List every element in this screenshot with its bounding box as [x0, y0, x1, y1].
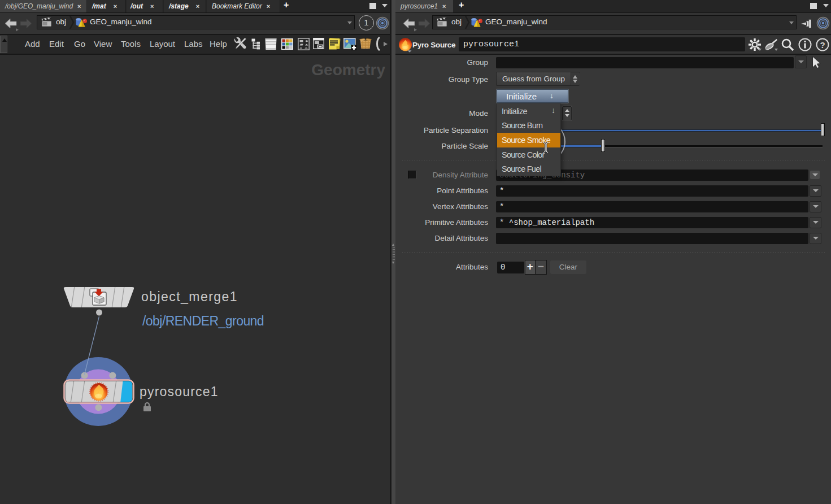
svg-text:?: ?: [820, 40, 825, 50]
